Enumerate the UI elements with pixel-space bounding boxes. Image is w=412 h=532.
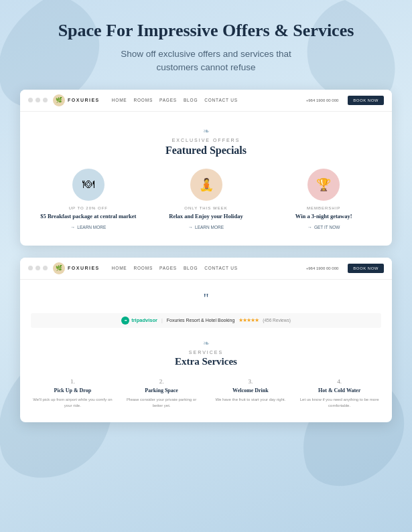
nav-links: HOME ROOMS PAGES BLOG CONTACT US — [112, 98, 301, 102]
specials-grid: 🍽 UP TO 20% OFF $5 Breakfast package at … — [33, 169, 379, 230]
section-extra: " tripadvisor | Foxuries Resort & Hotel … — [20, 280, 392, 422]
ta-reviews: (456 Reviews) — [263, 318, 291, 323]
nav-phone-2: +964 1900 00 000 — [306, 266, 339, 270]
browser-dot-5 — [36, 266, 40, 270]
special-card-1: 🍽 UP TO 20% OFF $5 Breakfast package at … — [33, 169, 143, 230]
services-eyebrow: SERVICES — [31, 350, 381, 355]
tripadvisor-bar: tripadvisor | Foxuries Resort & Hotel Bo… — [31, 313, 381, 328]
services-grid: 1. Pick Up & Drop We'll pick up from air… — [31, 378, 381, 409]
nav-link-blog[interactable]: BLOG — [184, 98, 198, 102]
ta-icon — [121, 317, 129, 325]
browser-dot-2 — [36, 98, 40, 102]
nav-link-home-2[interactable]: HOME — [112, 266, 127, 270]
special-badge-2: ONLY THIS WEEK — [154, 206, 259, 210]
service-item-2: 2. Parking Space Please consider your pr… — [120, 378, 204, 409]
service-number-1: 1. — [32, 378, 113, 385]
ta-resort: Foxuries Resort & Hotel Booking — [167, 318, 235, 323]
service-name-2: Parking Space — [121, 387, 202, 393]
section-featured: ❧ EXCLUSIVE OFFERS Featured Specials 🍽 U… — [20, 112, 392, 246]
browser-dot-4 — [28, 266, 33, 270]
nav-phone: +964 1900 00 000 — [306, 98, 339, 102]
special-link-3[interactable]: GET IT NOW — [271, 225, 376, 230]
nav-link-contact[interactable]: CONTACT US — [204, 98, 238, 102]
browser-dot-3 — [43, 98, 48, 102]
ta-brand: tripadvisor — [131, 317, 157, 323]
nav-links-2: HOME ROOMS PAGES BLOG CONTACT US — [112, 266, 301, 270]
service-desc-3: We have the fruit to start your day righ… — [210, 397, 291, 403]
browser-dot-1 — [28, 98, 33, 102]
section-eyebrow: EXCLUSIVE OFFERS — [33, 138, 379, 143]
page-subtitle: Show off exclusive offers and services t… — [20, 48, 392, 75]
browser-nav-1: 🌿 FOXURIES HOME ROOMS PAGES BLOG CONTACT… — [20, 90, 392, 112]
service-item-3: 3. Welcome Drink We have the fruit to st… — [209, 378, 293, 409]
browser-dots-2 — [28, 266, 48, 270]
service-desc-4: Let us know if you need anything to be m… — [299, 397, 380, 409]
service-name-1: Pick Up & Drop — [32, 387, 113, 393]
nav-link-pages[interactable]: PAGES — [159, 98, 177, 102]
nav-book-btn[interactable]: BOOK NOW — [348, 96, 384, 105]
nav-link-contact-2[interactable]: CONTACT US — [204, 266, 238, 270]
page-header: Space For Impressive Offers & Services S… — [20, 20, 392, 75]
special-badge-1: UP TO 20% OFF — [36, 206, 141, 210]
service-number-2: 2. — [121, 378, 202, 385]
browser-dot-6 — [43, 266, 48, 270]
special-link-1[interactable]: LEARN MORE — [36, 225, 141, 230]
ta-pipe: | — [161, 318, 163, 323]
nav-logo: 🌿 FOXURIES — [53, 94, 100, 106]
browser-nav-2: 🌿 FOXURIES HOME ROOMS PAGES BLOG CONTACT… — [20, 258, 392, 280]
page-wrapper: Space For Impressive Offers & Services S… — [0, 0, 412, 448]
section-title: Featured Specials — [33, 145, 379, 157]
special-icon-3: 🏆 — [307, 169, 340, 201]
special-link-2[interactable]: LEARN MORE — [154, 225, 259, 230]
quote-mark: " — [31, 292, 381, 305]
nav-logo-icon-2: 🌿 — [53, 262, 65, 274]
service-number-3: 3. — [210, 378, 291, 385]
special-name-2: Relax and Enjoy your Holiday — [154, 213, 259, 221]
special-name-3: Win a 3-night getaway! — [271, 213, 376, 221]
service-desc-1: We'll pick up from airport while you com… — [32, 397, 113, 409]
services-deco-icon: ❧ — [31, 339, 381, 349]
service-desc-2: Please consider your private parking or … — [121, 397, 202, 409]
browser-mockup-2: 🌿 FOXURIES HOME ROOMS PAGES BLOG CONTACT… — [20, 258, 392, 422]
special-badge-3: MEMBERSHIP — [271, 206, 376, 210]
ta-logo: tripadvisor — [121, 317, 157, 325]
nav-link-home[interactable]: HOME — [112, 98, 127, 102]
service-name-3: Welcome Drink — [210, 387, 291, 393]
nav-logo-text: FOXURIES — [68, 98, 100, 102]
browser-dots — [28, 98, 48, 102]
section-deco-icon: ❧ — [33, 126, 379, 137]
special-name-1: $5 Breakfast package at central market — [36, 213, 141, 221]
nav-logo-icon: 🌿 — [53, 94, 65, 106]
nav-link-pages-2[interactable]: PAGES — [159, 266, 177, 270]
service-item-4: 4. Hot & Cold Water Let us know if you n… — [297, 378, 381, 409]
nav-logo-2: 🌿 FOXURIES — [53, 262, 100, 274]
service-number-4: 4. — [299, 378, 380, 385]
services-title: Extra Services — [31, 356, 381, 367]
nav-logo-text-2: FOXURIES — [68, 266, 100, 270]
service-item-1: 1. Pick Up & Drop We'll pick up from air… — [31, 378, 115, 409]
nav-link-rooms-2[interactable]: ROOMS — [134, 266, 153, 270]
ta-stars: ★★★★★ — [238, 317, 259, 323]
nav-link-blog-2[interactable]: BLOG — [184, 266, 198, 270]
special-icon-2: 🧘 — [190, 169, 222, 201]
nav-link-rooms[interactable]: ROOMS — [134, 98, 153, 102]
special-card-3: 🏆 MEMBERSHIP Win a 3-night getaway! GET … — [269, 169, 379, 230]
nav-book-btn-2[interactable]: BOOK NOW — [348, 264, 384, 273]
service-name-4: Hot & Cold Water — [299, 387, 380, 393]
special-icon-1: 🍽 — [72, 169, 105, 201]
browser-mockup-1: 🌿 FOXURIES HOME ROOMS PAGES BLOG CONTACT… — [20, 90, 392, 246]
special-card-2: 🧘 ONLY THIS WEEK Relax and Enjoy your Ho… — [151, 169, 261, 230]
page-title: Space For Impressive Offers & Services — [20, 20, 392, 41]
